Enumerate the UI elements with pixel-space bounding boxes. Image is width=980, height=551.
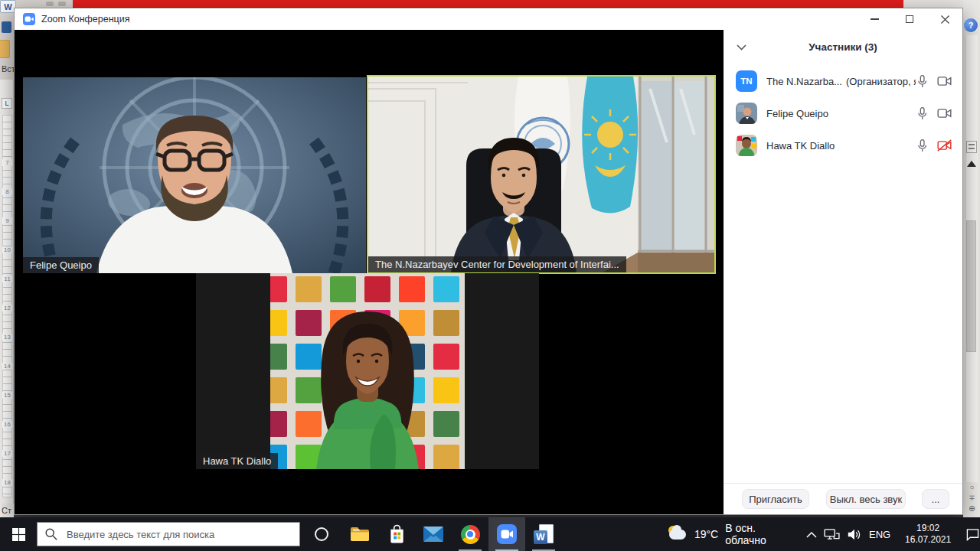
participant-name: Hawa TK Diallo bbox=[766, 140, 916, 152]
volume-icon[interactable] bbox=[847, 528, 862, 541]
camera-on-icon[interactable] bbox=[937, 75, 952, 87]
word-app-icon: W bbox=[534, 524, 554, 544]
ruler-number: 10 bbox=[2, 246, 12, 253]
felipe-video-scene bbox=[23, 77, 366, 273]
avatar-photo bbox=[736, 135, 757, 156]
background-red-titlebar bbox=[73, 0, 903, 7]
word-icon-letter: W bbox=[4, 2, 11, 11]
participant-name: The N.Nazarba...(Организатор, я) bbox=[766, 76, 916, 87]
video-tile-name-label: Felipe Queipo bbox=[23, 257, 99, 273]
chevron-down-icon[interactable] bbox=[737, 44, 746, 51]
camera-off-icon[interactable] bbox=[937, 139, 952, 152]
mail-button[interactable] bbox=[415, 517, 452, 551]
quickaccess-icon bbox=[58, 2, 66, 6]
zoom-app-button[interactable] bbox=[488, 517, 525, 551]
ruler-number: 18 bbox=[2, 479, 12, 486]
quickaccess-icon bbox=[46, 2, 54, 6]
word-button[interactable]: W bbox=[525, 517, 562, 551]
participant-row-host[interactable]: TN The N.Nazarba...(Организатор, я) bbox=[724, 65, 962, 97]
action-center-icon[interactable] bbox=[965, 528, 980, 541]
tray-time: 19:02 bbox=[916, 523, 939, 534]
avatar-initials-text: TN bbox=[740, 77, 752, 86]
search-icon bbox=[44, 527, 58, 541]
word-tab-selector[interactable]: L bbox=[2, 98, 12, 109]
word-scroll-prev-page-icon[interactable]: ○ bbox=[966, 482, 978, 492]
weather-icon[interactable] bbox=[668, 526, 688, 543]
participant-row-hawa[interactable]: Hawa TK Diallo bbox=[724, 129, 962, 161]
mic-icon[interactable] bbox=[916, 106, 929, 121]
maximize-button[interactable] bbox=[892, 8, 927, 30]
video-tile-name-label: Hawa TK Diallo bbox=[196, 453, 278, 469]
chrome-button[interactable] bbox=[452, 517, 488, 551]
mail-icon bbox=[423, 527, 443, 542]
word-scrollbar-thumb[interactable] bbox=[966, 220, 976, 352]
start-button[interactable] bbox=[0, 517, 37, 551]
participant-row-felipe[interactable]: Felipe Queipo bbox=[724, 97, 962, 129]
camera-on-icon[interactable] bbox=[937, 107, 952, 119]
word-ruler-toggle-icon[interactable] bbox=[966, 141, 977, 153]
word-ribbon-icon-orange bbox=[0, 40, 10, 58]
ruler-number: 11 bbox=[2, 276, 12, 282]
mute-all-button[interactable]: Выкл. весь звук bbox=[826, 489, 906, 509]
cortana-circle-icon bbox=[315, 527, 328, 541]
weather-condition[interactable]: В осн. облачно bbox=[725, 522, 799, 546]
ruler-number: 15 bbox=[2, 392, 12, 399]
minimize-button[interactable] bbox=[857, 8, 892, 30]
cortana-button[interactable] bbox=[303, 517, 340, 551]
ruler-number: 13 bbox=[2, 334, 12, 341]
background-quickaccess-strip bbox=[14, 0, 73, 8]
taskbar: W 19°C В осн. облачно ENG 19:02 16.07.20… bbox=[0, 517, 980, 551]
weather-temp[interactable]: 19°C bbox=[694, 528, 718, 540]
mic-icon[interactable] bbox=[916, 74, 929, 89]
system-tray: 19°C В осн. облачно ENG 19:02 16.07.2021 bbox=[668, 517, 980, 551]
chrome-icon bbox=[461, 525, 480, 544]
participants-header: Участники (3) bbox=[724, 30, 962, 64]
mic-icon[interactable] bbox=[916, 139, 929, 153]
network-icon[interactable] bbox=[824, 528, 840, 541]
zoom-window: Zoom Конференция bbox=[14, 8, 963, 515]
background-word-window-right: ? ○ ∓ ⊕ bbox=[963, 0, 980, 517]
microsoft-store-icon bbox=[388, 524, 406, 544]
word-statusbar-label: Ст bbox=[2, 504, 14, 517]
window-title: Zoom Конференция bbox=[41, 14, 130, 24]
taskbar-search-input[interactable] bbox=[37, 522, 300, 546]
word-ribbon-icon-blue bbox=[2, 21, 11, 33]
video-area: Felipe Queipo bbox=[15, 30, 724, 514]
background-word-window-left: Вст L 7 8 9 10 11 12 13 14 15 16 17 18 1… bbox=[0, 0, 14, 517]
word-help-icon[interactable]: ? bbox=[964, 18, 978, 32]
tray-date: 16.07.2021 bbox=[905, 534, 951, 546]
more-options-button[interactable]: ... bbox=[922, 489, 949, 509]
video-tile-hawa[interactable]: Hawa TK Diallo bbox=[196, 273, 539, 469]
word-icon-letter: W bbox=[536, 532, 544, 543]
microsoft-store-button[interactable] bbox=[378, 517, 415, 551]
ruler-number: 16 bbox=[2, 421, 12, 428]
scrollbar-up-arrow-icon[interactable] bbox=[967, 161, 976, 167]
ruler-number: 14 bbox=[2, 363, 12, 370]
tray-chevron-up-icon[interactable] bbox=[806, 531, 817, 538]
avatar-photo bbox=[736, 103, 757, 124]
windows-logo-icon bbox=[12, 528, 25, 541]
invite-button[interactable]: Пригласить bbox=[742, 489, 809, 509]
zoom-app-titlebar-icon bbox=[23, 13, 35, 25]
clock[interactable]: 19:02 16.07.2021 bbox=[897, 523, 959, 546]
zoom-app-icon bbox=[497, 524, 517, 544]
participants-title: Участники (3) bbox=[808, 41, 877, 53]
participant-name: Felipe Queipo bbox=[766, 108, 916, 119]
video-tile-felipe[interactable]: Felipe Queipo bbox=[23, 77, 366, 273]
ruler-number: 17 bbox=[2, 450, 12, 457]
window-titlebar[interactable]: Zoom Конференция bbox=[15, 8, 962, 30]
word-scroll-next-page-icon[interactable]: ⊕ bbox=[966, 504, 978, 514]
ruler-number: 7 bbox=[2, 159, 12, 166]
file-explorer-button[interactable] bbox=[341, 517, 378, 551]
ruler-number: 9 bbox=[2, 217, 12, 224]
file-explorer-icon bbox=[350, 526, 370, 543]
hawa-video-photo bbox=[270, 273, 465, 469]
ruler-number: 12 bbox=[2, 305, 12, 311]
language-indicator[interactable]: ENG bbox=[869, 529, 890, 540]
video-tile-nazarbayev-center[interactable]: The N.Nazarbayev Center for Development … bbox=[367, 75, 716, 274]
word-scroll-browse-icon[interactable]: ∓ bbox=[966, 493, 978, 503]
felipe-avatar-image bbox=[736, 103, 757, 124]
close-button[interactable] bbox=[927, 8, 962, 30]
nazarbayev-video-scene bbox=[368, 77, 714, 272]
ruler-number: 8 bbox=[2, 188, 12, 195]
